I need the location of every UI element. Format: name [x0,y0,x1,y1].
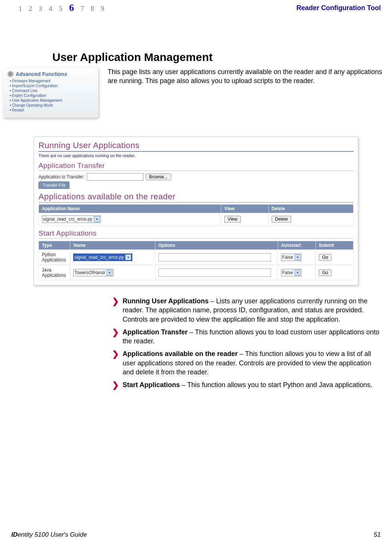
transfer-title: Application Transfer [38,162,354,171]
dropdown-value: False [282,255,293,260]
sidebar-item[interactable]: Expert Configuration [10,93,94,98]
config-panel: Running User Applications There are no u… [34,137,358,285]
section-heading: User Application Management [52,51,392,64]
bullet-body: – This function allows you to start Pyth… [180,381,372,389]
col-app-name: Application Name [39,205,221,213]
python-autostart-dropdown[interactable]: False ▾ [281,254,302,261]
bullet-title: Start Applications [123,381,180,389]
transfer-file-button[interactable]: Transfer File [38,181,70,189]
bullet-arrow-icon: ❯ [112,350,123,377]
description-list: ❯ Running User Applications – Lists any … [112,297,381,390]
footer-id-mid: entity [18,531,33,538]
bullet-title: Application Transfer [123,328,188,336]
bullet-title: Running User Applications [123,297,209,305]
transfer-label: Application to Transfer: [38,174,84,180]
python-app-dropdown[interactable]: signal_read_crc_error.py ▾ [73,254,132,261]
footer-id-rest: 5100 User's Guide [33,531,87,538]
start-apps-title: Start Applications [38,229,354,239]
chapter-link-8[interactable]: 8 [91,5,94,13]
go-button[interactable]: Go [319,254,331,261]
col-view: View [221,205,268,213]
sidebar-item[interactable]: User Application Management [10,98,94,103]
transfer-file-input[interactable] [87,173,143,181]
bullet-arrow-icon: ❯ [112,381,123,389]
available-title: Applications available on the reader [38,192,354,203]
app-type: Python Applications [39,250,70,265]
bullet-arrow-icon: ❯ [112,328,123,346]
dropdown-value: False [282,270,293,275]
chapter-link-2[interactable]: 2 [29,5,32,13]
running-apps-title: Running User Applications [38,141,354,152]
table-row: signal_read_crc_error.py ▾ View Delete [39,213,354,226]
col-options: Options [155,241,278,250]
chevron-down-icon: ▾ [107,270,112,276]
intro-paragraph: This page lists any user applications cu… [108,67,392,86]
chapter-link-9[interactable]: 9 [101,5,104,13]
advanced-functions-panel: Advanced Functions Firmware Management I… [3,67,98,118]
table-row: Python Applications signal_read_crc_erro… [39,250,354,265]
col-name: Name [70,241,155,250]
advanced-functions-title: Advanced Functions [16,71,67,77]
dropdown-value: TowersOfHanoi [74,270,105,275]
sidebar-item[interactable]: Firmware Management [10,79,94,83]
chevron-down-icon: ▾ [94,216,100,222]
app-type: Java Applications [39,265,70,280]
app-name-dropdown[interactable]: signal_read_crc_error.py ▾ [42,215,101,223]
chapter-link-4[interactable]: 4 [49,5,52,13]
java-options-input[interactable] [158,269,271,277]
app-name-value: signal_read_crc_error.py [43,217,92,222]
chapter-link-1[interactable]: 1 [19,5,22,13]
footer-id-prefix: ID [11,531,18,538]
sidebar-item[interactable]: Command Line [10,88,94,93]
chevron-down-icon: ▾ [294,254,300,260]
bullet-title: Applications available on the reader [123,350,238,358]
col-submit: Submit [315,241,353,250]
browse-button[interactable]: Browse... [146,174,171,180]
col-delete: Delete [268,205,353,213]
sidebar-item[interactable]: Import/Export Configuration [10,83,94,88]
chevron-down-icon: ▾ [125,254,131,260]
java-app-dropdown[interactable]: TowersOfHanoi ▾ [73,269,114,276]
bullet-arrow-icon: ❯ [112,297,123,324]
page-number: 51 [374,531,381,539]
chapter-nav: 1 2 3 4 5 6 7 8 9 [19,2,104,13]
sidebar-item[interactable]: Change Operating Mode [10,103,94,108]
available-apps-table: Application Name View Delete signal_read… [38,204,354,226]
table-row: Java Applications TowersOfHanoi ▾ False … [39,265,354,280]
col-type: Type [39,241,70,250]
page-footer: IDentity 5100 User's Guide 51 [11,531,381,539]
running-apps-msg: There are no user applications running o… [38,153,354,158]
python-options-input[interactable] [158,253,271,261]
chapter-link-6[interactable]: 6 [69,2,74,13]
chapter-link-5[interactable]: 5 [59,5,62,13]
sidebar-item[interactable]: Restart [10,108,94,113]
java-autostart-dropdown[interactable]: False ▾ [281,269,302,276]
go-button[interactable]: Go [319,269,331,276]
view-button[interactable]: View [224,216,241,223]
chevron-down-icon: ▾ [294,270,300,276]
chapter-link-3[interactable]: 3 [39,5,42,13]
chapter-link-7[interactable]: 7 [81,5,84,13]
start-apps-table: Type Name Options Autostart Submit Pytho… [38,241,354,280]
dropdown-value: signal_read_crc_error.py [74,255,124,260]
delete-button[interactable]: Delete [272,216,291,223]
page-header-title: Reader Configuration Tool [296,4,385,12]
col-autostart: Autostart [278,241,315,250]
gear-icon [7,71,13,77]
